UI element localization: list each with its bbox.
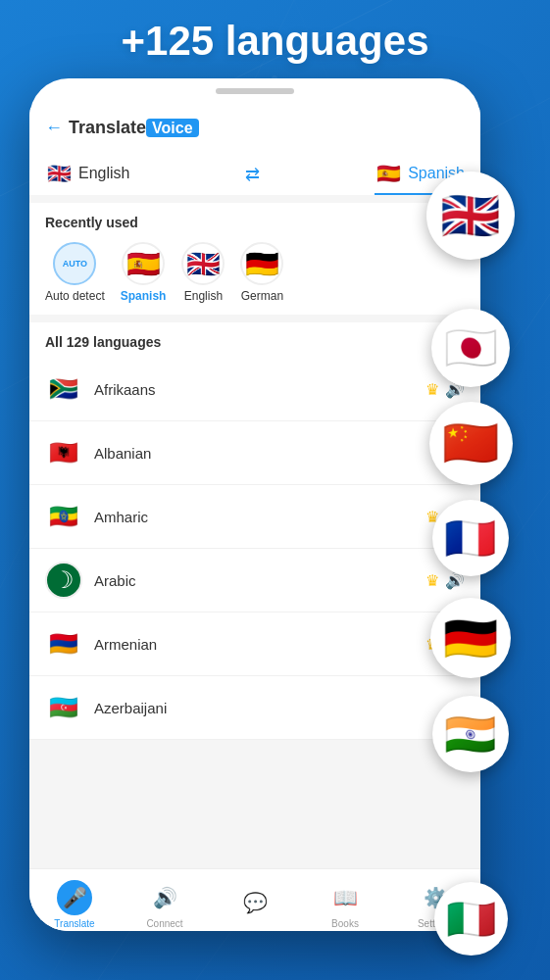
english-flag: 🇬🇧 <box>181 242 225 285</box>
translate-nav-icon-wrap: 🎤 <box>57 880 92 915</box>
all-languages-section: All 129 languages <box>29 322 480 358</box>
connect-nav-icon-wrap: 🔊 <box>147 880 182 915</box>
arabic-label: Arabic <box>94 572 414 589</box>
crown-icon: ♛ <box>425 380 439 399</box>
recently-used-title: Recently used <box>45 215 465 230</box>
list-item-azerbaijani[interactable]: 🇦🇿 Azerbaijani <box>29 676 480 740</box>
list-item-albanian[interactable]: 🇦🇱 Albanian <box>29 421 480 485</box>
list-item-arabic[interactable]: ☽ Arabic ♛ 🔊 <box>29 549 480 612</box>
language-list: 🇿🇦 Afrikaans ♛ 🔊 🇦🇱 Albanian 🇪🇹 Amharic … <box>29 358 480 740</box>
armenian-flag: 🇦🇲 <box>45 625 82 662</box>
source-language-button[interactable]: 🇬🇧 English <box>45 154 129 195</box>
english-label: English <box>184 289 223 303</box>
crown-icon-arabic: ♛ <box>425 571 439 590</box>
app-bar: ← TranslateVoice <box>29 108 480 146</box>
translate-nav-label: Translate <box>54 918 94 929</box>
nav-item-connect[interactable]: 🔊 Connect <box>120 872 210 929</box>
side-flag-uk: 🇬🇧 <box>426 172 515 260</box>
back-arrow-icon[interactable]: ← <box>45 118 63 138</box>
list-item-armenian[interactable]: 🇦🇲 Armenian ♛ 🔊 <box>29 612 480 676</box>
all-languages-title: All 129 languages <box>45 334 465 350</box>
source-flag: 🇬🇧 <box>45 160 73 187</box>
arabic-flag: ☽ <box>45 562 82 599</box>
app-logo: TranslateVoice <box>69 118 199 138</box>
list-item-amharic[interactable]: 🇪🇹 Amharic ♛ 🔊 <box>29 485 480 549</box>
app-bar-left: ← TranslateVoice <box>45 118 199 138</box>
phone-content: ← TranslateVoice 🇬🇧 English ⇄ 🇪🇸 Spanish… <box>29 108 480 931</box>
amharic-flag: 🇪🇹 <box>45 498 82 535</box>
side-flag-germany: 🇩🇪 <box>430 598 511 678</box>
phone-notch <box>216 88 294 94</box>
books-nav-label: Books <box>331 918 359 929</box>
nav-item-chat[interactable]: 💬 <box>210 877 300 923</box>
side-flag-france: 🇫🇷 <box>432 500 509 576</box>
swap-languages-button[interactable]: ⇄ <box>137 164 367 185</box>
books-nav-icon: 📖 <box>333 886 358 909</box>
german-flag: 🇩🇪 <box>240 242 283 285</box>
header-text: +125 languages <box>0 18 550 65</box>
side-flag-india: 🇮🇳 <box>432 696 509 772</box>
nav-item-books[interactable]: 📖 Books <box>300 872 390 929</box>
language-selector: 🇬🇧 English ⇄ 🇪🇸 Spanish <box>29 146 480 195</box>
albanian-flag: 🇦🇱 <box>45 434 82 471</box>
logo-translate: Translate <box>69 118 146 137</box>
list-item-afrikaans[interactable]: 🇿🇦 Afrikaans ♛ 🔊 <box>29 358 480 421</box>
spanish-flag: 🇪🇸 <box>122 242 165 285</box>
azerbaijani-label: Azerbaijani <box>94 700 453 716</box>
phone-frame: ← TranslateVoice 🇬🇧 English ⇄ 🇪🇸 Spanish… <box>29 78 480 931</box>
connect-nav-icon: 🔊 <box>153 886 177 909</box>
recent-item-german[interactable]: 🇩🇪 German <box>240 242 283 303</box>
auto-detect-label: Auto detect <box>45 289 105 303</box>
recent-items-list: AUTO Auto detect 🇪🇸 Spanish 🇬🇧 English 🇩… <box>45 242 465 303</box>
source-language-label: English <box>78 165 129 182</box>
side-flag-japan: 🇯🇵 <box>431 309 510 387</box>
chat-nav-icon-wrap: 💬 <box>237 885 273 920</box>
side-flag-china: 🇨🇳 <box>429 402 513 485</box>
recently-used-section: Recently used AUTO Auto detect 🇪🇸 Spanis… <box>29 203 480 315</box>
albanian-label: Albanian <box>94 445 453 462</box>
armenian-label: Armenian <box>94 636 414 653</box>
amharic-label: Amharic <box>94 509 414 525</box>
azerbaijani-flag: 🇦🇿 <box>45 689 82 726</box>
logo-voice: Voice <box>146 119 199 137</box>
afrikaans-flag: 🇿🇦 <box>45 370 82 408</box>
side-flag-italy: 🇮🇹 <box>434 882 508 956</box>
recent-item-english[interactable]: 🇬🇧 English <box>181 242 225 303</box>
spanish-label: Spanish <box>121 289 167 303</box>
nav-item-translate[interactable]: 🎤 Translate <box>29 872 120 929</box>
recent-item-auto[interactable]: AUTO Auto detect <box>45 242 105 303</box>
german-label: German <box>241 289 283 303</box>
auto-detect-icon: AUTO <box>53 242 96 285</box>
books-nav-icon-wrap: 📖 <box>327 880 363 915</box>
connect-nav-label: Connect <box>146 918 182 929</box>
chat-nav-icon: 💬 <box>243 891 268 914</box>
recent-item-spanish[interactable]: 🇪🇸 Spanish <box>121 242 167 303</box>
afrikaans-label: Afrikaans <box>94 381 414 398</box>
translate-nav-icon: 🎤 <box>63 886 87 909</box>
bottom-navigation: 🎤 Translate 🔊 Connect 💬 📖 Bo <box>29 868 480 931</box>
target-flag: 🇪🇸 <box>375 160 402 187</box>
